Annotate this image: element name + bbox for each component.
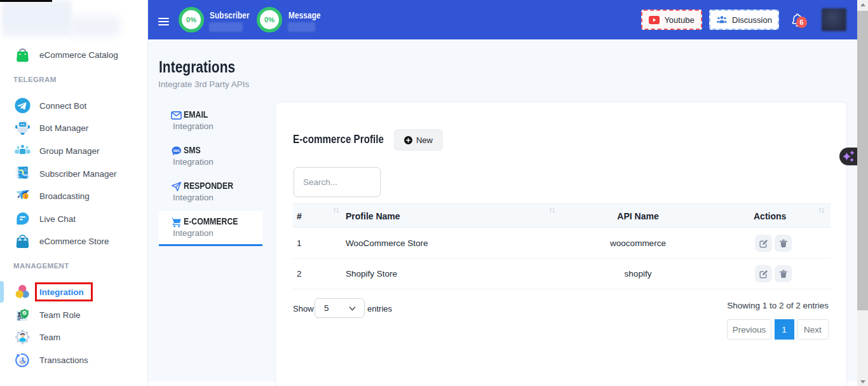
col-api-name[interactable]: API Name — [574, 204, 702, 228]
subnav-item-ecommerce[interactable]: E-COMMERCE Integration — [159, 214, 262, 247]
responder-icon — [171, 181, 182, 192]
pagination-next-button[interactable]: Next — [797, 319, 829, 340]
subnav-item-sub: Integration — [173, 228, 214, 238]
subnav-item-title: E-COMMERCE — [184, 216, 238, 226]
sort-icon[interactable] — [549, 207, 555, 214]
table-row: 1 WooCommerce Store woocommerce — [293, 228, 831, 259]
ecommerce-profile-card: E-commerce Profile New # Profile Name AP… — [275, 102, 847, 386]
sidebar-item-ecommerce-store[interactable]: eCommerce Store — [0, 230, 148, 252]
row-num: 1 — [297, 238, 302, 248]
edit-button[interactable] — [755, 235, 772, 252]
edit-button[interactable] — [755, 265, 772, 282]
sidebar-item-ecommerce-catalog[interactable]: eCommerce Catalog — [0, 44, 148, 65]
sidebar-item-team-role[interactable]: Team Role — [0, 304, 148, 326]
scrollbar-thumb[interactable] — [857, 11, 868, 310]
delete-button[interactable] — [775, 265, 792, 282]
discussion-button[interactable]: Discussion — [709, 10, 779, 30]
sidebar-item-live-chat[interactable]: Live Chat — [0, 208, 148, 230]
envelope-icon — [171, 110, 182, 121]
notification-count-badge: 6 — [796, 17, 808, 28]
chevron-down-icon — [349, 306, 356, 311]
col-num[interactable]: # — [297, 204, 302, 228]
delete-button[interactable] — [775, 235, 792, 252]
app-logo-blurred — [2, 1, 72, 38]
hamburger-bar — [158, 21, 169, 22]
broadcast-icon: 1 — [15, 188, 31, 204]
contacts-icon — [15, 166, 31, 182]
scrollbar-up-arrow[interactable] — [860, 3, 865, 6]
entries-label: entries — [367, 304, 392, 314]
subnav-item-email[interactable]: EMAIL Integration — [159, 107, 262, 141]
subscriber-value-blurred — [209, 22, 243, 32]
page-title: Integrations — [159, 58, 235, 76]
user-avatar[interactable] — [822, 8, 846, 31]
sidebar-item-label: Team Role — [39, 310, 81, 320]
team-icon — [15, 329, 31, 345]
discussion-button-label: Discussion — [732, 15, 772, 25]
active-item-indicator — [0, 281, 4, 303]
hamburger-menu-icon[interactable] — [158, 18, 169, 26]
new-button[interactable]: New — [394, 129, 443, 151]
telegram-icon — [15, 98, 31, 114]
hamburger-bar — [158, 24, 169, 25]
sidebar-item-connect-bot[interactable]: Connect Bot — [0, 95, 148, 116]
sort-icon[interactable] — [818, 207, 825, 214]
search-input[interactable] — [294, 167, 381, 197]
youtube-button-label: Youtube — [664, 15, 694, 25]
pagination-previous-button[interactable]: Previous — [727, 319, 771, 340]
robot-icon — [15, 120, 31, 136]
chat-icon — [15, 211, 31, 227]
subnav-item-title: SMS — [184, 145, 201, 155]
sidebar-item-label: eCommerce Catalog — [39, 50, 118, 60]
sms-bubble-text: SMS — [173, 149, 180, 153]
pagination: Previous 1 Next — [727, 319, 829, 340]
sidebar-item-bot-manager[interactable]: Bot Manager — [0, 117, 148, 139]
message-widget-label: Message — [288, 10, 321, 20]
table-row: 2 Shopify Store shopify — [293, 259, 831, 289]
sparkles-icon — [839, 148, 857, 165]
sms-icon: SMS — [171, 146, 182, 156]
subnav-item-sub: Integration — [173, 193, 214, 202]
assistant-sparkle-button[interactable] — [839, 148, 857, 165]
subnav-item-responder[interactable]: RESPONDER Integration — [159, 179, 262, 212]
sort-icon[interactable] — [333, 207, 339, 214]
sidebar-item-team[interactable]: Team — [0, 326, 148, 348]
sidebar-item-label: Transactions — [39, 355, 88, 365]
subnav-item-sub: Integration — [173, 121, 214, 131]
table-header: # Profile Name API Name Actions — [293, 203, 831, 228]
col-profile-name[interactable]: Profile Name — [346, 204, 400, 228]
sidebar-item-broadcasting[interactable]: 1 Broadcasting — [0, 185, 148, 207]
group-icon — [15, 143, 31, 159]
sidebar-item-transactions[interactable]: Transactions — [0, 349, 148, 371]
broadcast-badge-number: 1 — [24, 193, 27, 199]
row-profile: Shopify Store — [346, 269, 397, 279]
subnav-item-title: RESPONDER — [184, 181, 233, 191]
sidebar-item-label: Bot Manager — [39, 123, 88, 133]
subnav-item-sms[interactable]: SMS SMS Integration — [159, 143, 262, 176]
sidebar-item-subscriber-manager[interactable]: Subscriber Manager — [0, 163, 148, 184]
row-api: shopify — [574, 269, 702, 279]
sidebar-item-group-manager[interactable]: Group Manager — [0, 140, 148, 162]
users-icon — [716, 15, 728, 24]
plus-circle-icon — [404, 136, 412, 144]
col-actions[interactable]: Actions — [754, 204, 786, 228]
pagination-page-1-button[interactable]: 1 — [775, 319, 794, 340]
sidebar-item-label: Team — [39, 333, 60, 342]
top-black-bar — [0, 0, 52, 2]
sidebar-item-label: Connect Bot — [39, 101, 86, 111]
youtube-button[interactable]: Youtube — [641, 10, 702, 30]
page-scrollbar[interactable] — [857, 0, 868, 386]
subscriber-percent: 0% — [179, 7, 204, 32]
subscriber-widget-label: Subscriber — [210, 10, 250, 20]
youtube-icon — [649, 16, 660, 24]
subnav-item-sub: Integration — [173, 157, 214, 167]
sidebar-item-label: eCommerce Store — [39, 237, 109, 246]
sidebar-item-label: Subscriber Manager — [39, 169, 117, 179]
message-progress-ring: 0% — [257, 7, 282, 32]
page-size-select[interactable]: 5 — [315, 298, 365, 318]
sidebar-item-label: Broadcasting — [39, 191, 90, 201]
team-role-icon — [15, 307, 31, 323]
message-percent: 0% — [257, 7, 282, 32]
scrollbar-down-arrow[interactable] — [860, 380, 865, 383]
app-logo-blurred-2 — [69, 15, 121, 37]
